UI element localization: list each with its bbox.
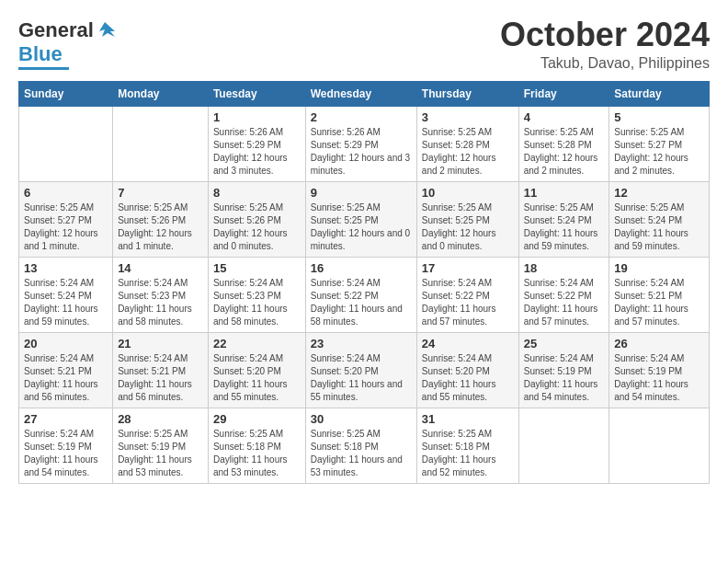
calendar-cell [518,408,609,484]
day-number: 19 [614,261,704,275]
day-info: Sunrise: 5:24 AM Sunset: 5:20 PM Dayligh… [422,352,514,404]
day-info: Sunrise: 5:25 AM Sunset: 5:27 PM Dayligh… [614,126,704,178]
day-number: 27 [24,412,108,426]
calendar-cell: 18Sunrise: 5:24 AM Sunset: 5:22 PM Dayli… [518,258,609,333]
day-info: Sunrise: 5:24 AM Sunset: 5:23 PM Dayligh… [213,277,301,328]
day-number: 10 [422,186,514,200]
calendar-cell: 11Sunrise: 5:25 AM Sunset: 5:24 PM Dayli… [518,182,609,258]
week-row-1: 1Sunrise: 5:26 AM Sunset: 5:29 PM Daylig… [19,107,710,182]
calendar-cell: 2Sunrise: 5:26 AM Sunset: 5:29 PM Daylig… [305,107,416,182]
day-info: Sunrise: 5:25 AM Sunset: 5:25 PM Dayligh… [422,201,514,253]
location: Takub, Davao, Philippines [500,55,710,72]
month-title: October 2024 [500,18,710,52]
day-number: 21 [118,337,203,350]
calendar-cell: 27Sunrise: 5:24 AM Sunset: 5:19 PM Dayli… [19,408,113,484]
calendar-cell: 10Sunrise: 5:25 AM Sunset: 5:25 PM Dayli… [416,182,518,258]
day-number: 28 [118,412,203,426]
day-number: 23 [311,337,412,350]
week-row-2: 6Sunrise: 5:25 AM Sunset: 5:27 PM Daylig… [19,182,710,258]
header-wednesday: Wednesday [305,82,416,107]
day-number: 15 [213,261,301,275]
calendar-cell: 13Sunrise: 5:24 AM Sunset: 5:24 PM Dayli… [19,258,113,333]
calendar-cell: 14Sunrise: 5:24 AM Sunset: 5:23 PM Dayli… [113,258,209,333]
day-number: 24 [422,337,514,350]
day-number: 17 [422,261,514,275]
day-info: Sunrise: 5:24 AM Sunset: 5:23 PM Dayligh… [118,277,203,328]
calendar-cell: 22Sunrise: 5:24 AM Sunset: 5:20 PM Dayli… [208,333,305,408]
title-section: October 2024 Takub, Davao, Philippines [500,18,710,72]
day-number: 11 [524,186,605,200]
header-monday: Monday [113,82,209,107]
header-sunday: Sunday [19,82,113,107]
day-number: 5 [614,110,704,124]
page-header: General Blue October 2024 Takub, Davao, … [18,18,710,72]
calendar-cell: 3Sunrise: 5:25 AM Sunset: 5:28 PM Daylig… [416,107,518,182]
day-number: 7 [118,186,203,200]
header-row: SundayMondayTuesdayWednesdayThursdayFrid… [19,82,710,107]
day-number: 20 [24,337,108,350]
logo: General Blue [18,18,116,70]
day-number: 14 [118,261,203,275]
day-number: 25 [524,337,605,350]
day-info: Sunrise: 5:24 AM Sunset: 5:22 PM Dayligh… [311,277,412,328]
day-info: Sunrise: 5:25 AM Sunset: 5:19 PM Dayligh… [118,428,203,479]
day-number: 9 [311,186,412,200]
day-info: Sunrise: 5:24 AM Sunset: 5:19 PM Dayligh… [524,352,605,404]
day-number: 1 [213,110,301,124]
day-info: Sunrise: 5:25 AM Sunset: 5:26 PM Dayligh… [118,201,203,253]
day-number: 16 [311,261,412,275]
calendar-cell: 9Sunrise: 5:25 AM Sunset: 5:25 PM Daylig… [305,182,416,258]
calendar-cell: 8Sunrise: 5:25 AM Sunset: 5:26 PM Daylig… [208,182,305,258]
day-info: Sunrise: 5:24 AM Sunset: 5:24 PM Dayligh… [24,277,108,328]
svg-marker-0 [99,22,115,37]
logo-general-text: General [18,18,94,42]
day-number: 12 [614,186,704,200]
day-number: 30 [311,412,412,426]
calendar-cell: 17Sunrise: 5:24 AM Sunset: 5:22 PM Dayli… [416,258,518,333]
day-info: Sunrise: 5:24 AM Sunset: 5:21 PM Dayligh… [24,352,108,404]
calendar-cell: 16Sunrise: 5:24 AM Sunset: 5:22 PM Dayli… [305,258,416,333]
logo-bird-icon [95,20,115,40]
day-number: 2 [311,110,412,124]
day-info: Sunrise: 5:25 AM Sunset: 5:27 PM Dayligh… [24,201,108,253]
day-info: Sunrise: 5:24 AM Sunset: 5:19 PM Dayligh… [24,428,108,479]
header-thursday: Thursday [416,82,518,107]
day-info: Sunrise: 5:24 AM Sunset: 5:20 PM Dayligh… [213,352,301,404]
day-info: Sunrise: 5:24 AM Sunset: 5:20 PM Dayligh… [311,352,412,404]
calendar-cell: 19Sunrise: 5:24 AM Sunset: 5:21 PM Dayli… [609,258,710,333]
day-number: 31 [422,412,514,426]
calendar-cell: 4Sunrise: 5:25 AM Sunset: 5:28 PM Daylig… [518,107,609,182]
calendar-cell: 15Sunrise: 5:24 AM Sunset: 5:23 PM Dayli… [208,258,305,333]
day-number: 4 [524,110,605,124]
day-number: 26 [614,337,704,350]
day-info: Sunrise: 5:25 AM Sunset: 5:24 PM Dayligh… [524,201,605,253]
day-info: Sunrise: 5:25 AM Sunset: 5:18 PM Dayligh… [213,428,301,479]
day-info: Sunrise: 5:25 AM Sunset: 5:18 PM Dayligh… [422,428,514,479]
calendar-cell [609,408,710,484]
day-info: Sunrise: 5:24 AM Sunset: 5:21 PM Dayligh… [118,352,203,404]
calendar-cell: 26Sunrise: 5:24 AM Sunset: 5:19 PM Dayli… [609,333,710,408]
calendar-cell [113,107,209,182]
calendar-cell: 1Sunrise: 5:26 AM Sunset: 5:29 PM Daylig… [208,107,305,182]
day-number: 18 [524,261,605,275]
day-info: Sunrise: 5:25 AM Sunset: 5:24 PM Dayligh… [614,201,704,253]
day-number: 6 [24,186,108,200]
calendar-cell: 5Sunrise: 5:25 AM Sunset: 5:27 PM Daylig… [609,107,710,182]
calendar-cell [19,107,113,182]
day-info: Sunrise: 5:24 AM Sunset: 5:21 PM Dayligh… [614,277,704,328]
calendar-cell: 23Sunrise: 5:24 AM Sunset: 5:20 PM Dayli… [305,333,416,408]
day-info: Sunrise: 5:24 AM Sunset: 5:19 PM Dayligh… [614,352,704,404]
calendar-cell: 20Sunrise: 5:24 AM Sunset: 5:21 PM Dayli… [19,333,113,408]
calendar-cell: 6Sunrise: 5:25 AM Sunset: 5:27 PM Daylig… [19,182,113,258]
day-info: Sunrise: 5:24 AM Sunset: 5:22 PM Dayligh… [422,277,514,328]
calendar-cell: 28Sunrise: 5:25 AM Sunset: 5:19 PM Dayli… [113,408,209,484]
day-info: Sunrise: 5:26 AM Sunset: 5:29 PM Dayligh… [311,126,412,178]
day-number: 22 [213,337,301,350]
day-number: 8 [213,186,301,200]
week-row-3: 13Sunrise: 5:24 AM Sunset: 5:24 PM Dayli… [19,258,710,333]
header-saturday: Saturday [609,82,710,107]
logo-blue-text: Blue [18,42,63,66]
calendar-cell: 29Sunrise: 5:25 AM Sunset: 5:18 PM Dayli… [208,408,305,484]
day-info: Sunrise: 5:25 AM Sunset: 5:18 PM Dayligh… [311,428,412,479]
logo-underline [18,67,69,70]
